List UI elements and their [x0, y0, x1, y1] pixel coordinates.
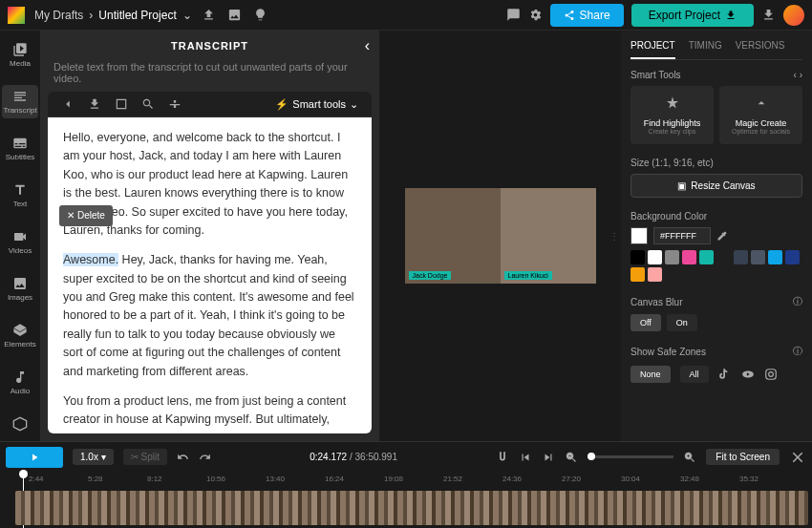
sidebar-item-elements[interactable]: Elements [2, 319, 38, 352]
redo-icon[interactable] [199, 451, 211, 463]
blur-on[interactable]: On [667, 314, 697, 331]
sidebar-item-videos[interactable]: Videos [2, 225, 38, 259]
zoom-slider[interactable] [588, 455, 673, 458]
upload-icon[interactable] [202, 8, 216, 22]
tab-timing[interactable]: TIMING [689, 40, 722, 52]
tab-versions[interactable]: VERSIONS [736, 40, 785, 52]
chevron-down-icon[interactable]: ⌄ [182, 9, 192, 22]
fit-to-screen-button[interactable]: Fit to Screen [706, 449, 780, 465]
video-canvas[interactable]: Jack Dodge Lauren Kikuci [405, 188, 596, 284]
hex-input[interactable] [653, 227, 711, 244]
color-swatch[interactable] [665, 250, 679, 264]
size-label: Size (1:1, 9:16, etc) [630, 158, 802, 168]
comment-icon[interactable] [506, 8, 521, 22]
zoom-out-icon[interactable] [565, 451, 578, 464]
skip-start-icon[interactable] [519, 451, 532, 464]
search-icon[interactable] [141, 97, 155, 111]
export-button[interactable]: Export Project [631, 4, 754, 27]
transcript-body[interactable]: ✕ Delete Hello, everyone, and welcome ba… [48, 117, 372, 433]
sidebar-item-subtitles[interactable]: Subtitles [2, 132, 38, 165]
topbar-icons [202, 8, 267, 22]
blur-label: Canvas Blur [630, 297, 682, 307]
magic-create-card[interactable]: Magic CreateOptimize for socials [719, 86, 802, 144]
back-icon[interactable] [61, 97, 75, 111]
color-swatch[interactable] [751, 250, 765, 264]
name-tag: Jack Dodge [409, 271, 452, 280]
skip-end-icon[interactable] [542, 451, 555, 464]
split-button[interactable]: ✂ Split [123, 449, 167, 465]
timeline[interactable]: 2:445:288:1210:5613:4016:2419:0821:5224:… [0, 472, 812, 528]
panel-drag-handle[interactable]: ⋮ [609, 231, 619, 242]
sidebar-item-transcript[interactable]: Transcript [2, 85, 38, 118]
selected-text[interactable]: Awesome. [63, 253, 118, 266]
safe-all[interactable]: All [680, 366, 709, 383]
close-icon[interactable] [789, 449, 806, 466]
chevron-right-icon: › [89, 9, 93, 22]
undo-icon[interactable] [177, 451, 189, 463]
breadcrumb-root[interactable]: My Drafts [34, 9, 83, 22]
eyedropper-icon[interactable] [716, 230, 728, 242]
color-swatch[interactable] [785, 250, 800, 264]
gear-icon[interactable] [528, 8, 543, 22]
download-icon[interactable] [761, 8, 776, 22]
timeline-ruler[interactable]: 2:445:288:1210:5613:4016:2419:0821:5224:… [0, 472, 812, 489]
color-swatch[interactable] [630, 267, 645, 282]
strikethrough-icon[interactable] [168, 97, 182, 111]
youtube-icon[interactable] [741, 368, 755, 381]
tiktok-icon[interactable] [718, 368, 732, 381]
timeline-tick: 35:32 [739, 472, 799, 489]
timeline-tick: 19:08 [384, 472, 443, 489]
transcript-toolbar: ⚡ Smart tools ⌄ [48, 92, 372, 117]
info-icon[interactable]: ⓘ [793, 295, 802, 308]
timeline-tick: 13:40 [266, 472, 325, 489]
snap-icon[interactable] [496, 451, 509, 464]
color-swatch[interactable] [768, 250, 782, 264]
sidebar-item-media[interactable]: Media [2, 38, 38, 72]
transcript-panel: TRANSCRIPT ‹ Delete text from the transc… [40, 31, 379, 441]
timeline-tick: 8:12 [147, 472, 206, 489]
timeline-track[interactable] [15, 491, 808, 525]
transcript-paragraph[interactable]: Awesome. Hey, Jack, thanks for having me… [63, 251, 356, 381]
instagram-icon[interactable] [764, 368, 778, 381]
share-icon [564, 10, 575, 21]
svg-point-1 [768, 372, 773, 377]
smart-tools-button[interactable]: ⚡ Smart tools ⌄ [275, 98, 358, 111]
color-swatch[interactable] [716, 250, 731, 264]
speed-selector[interactable]: 1.0x ▾ [73, 449, 114, 465]
color-swatch[interactable] [648, 250, 662, 264]
play-button[interactable] [6, 447, 63, 468]
timeline-tick: 32:48 [680, 472, 739, 489]
sidebar-item-text[interactable]: Text [2, 179, 38, 212]
color-swatch[interactable] [630, 250, 645, 264]
color-swatches [630, 250, 802, 282]
zoom-in-icon[interactable] [683, 451, 696, 464]
download-transcript-icon[interactable] [88, 97, 101, 111]
share-button[interactable]: Share [550, 4, 624, 27]
color-swatch[interactable] [648, 267, 662, 282]
delete-badge[interactable]: ✕ Delete [59, 205, 113, 226]
color-swatch[interactable] [699, 250, 714, 264]
color-preview[interactable] [630, 227, 648, 244]
transcript-paragraph[interactable]: You from a product lens, me from just be… [63, 392, 356, 433]
pager[interactable]: ‹ › [794, 70, 802, 80]
find-highlights-card[interactable]: Find HighlightsCreate key clips [630, 86, 714, 144]
layout-icon[interactable] [115, 97, 128, 111]
sidebar-item-more[interactable] [2, 412, 38, 435]
lightbulb-icon[interactable] [253, 8, 267, 22]
sidebar-item-audio[interactable]: Audio [2, 366, 38, 399]
safe-none[interactable]: None [630, 366, 671, 383]
collapse-icon[interactable]: ‹ [365, 37, 370, 54]
info-icon[interactable]: ⓘ [793, 345, 802, 358]
safe-zones-label: Show Safe Zones [630, 347, 706, 357]
project-name[interactable]: Untitled Project [98, 9, 176, 22]
color-swatch[interactable] [682, 250, 696, 264]
resize-canvas-button[interactable]: ▣ Resize Canvas [630, 174, 802, 198]
name-tag: Lauren Kikuci [504, 271, 552, 280]
tab-project[interactable]: PROJECT [630, 40, 675, 59]
blur-off[interactable]: Off [630, 314, 661, 331]
user-avatar[interactable] [783, 5, 804, 26]
image-icon[interactable] [227, 8, 242, 22]
color-swatch[interactable] [734, 250, 748, 264]
sidebar-item-images[interactable]: Images [2, 272, 38, 306]
bg-color-label: Background Color [630, 211, 802, 222]
